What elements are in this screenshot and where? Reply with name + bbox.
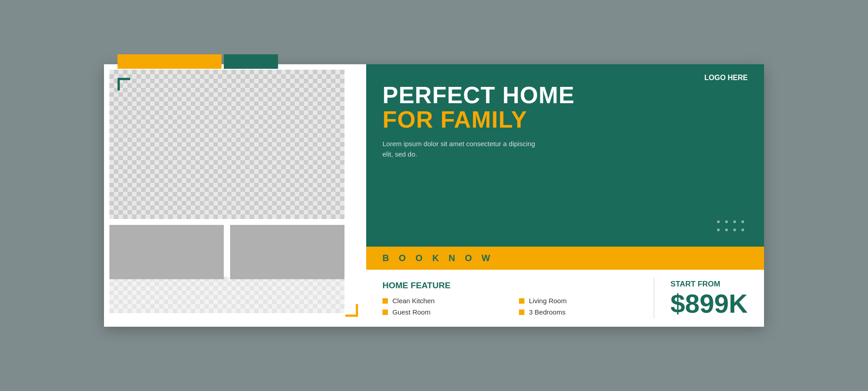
- feature-item-2: Living Room: [519, 297, 637, 305]
- orange-top-bar: [118, 54, 222, 69]
- vertical-divider: [654, 278, 654, 319]
- features-grid: Clean Kitchen Living Room Guest Room 3 B…: [382, 297, 637, 316]
- thumbnail-row: [109, 225, 344, 279]
- feature-label-3: Guest Room: [392, 308, 430, 316]
- dot-6: [725, 229, 728, 231]
- dot-grid-decoration: [717, 220, 746, 233]
- dot-4: [741, 220, 744, 223]
- feature-label-2: Living Room: [529, 297, 566, 305]
- dot-2: [725, 220, 728, 223]
- book-now-bar[interactable]: B O O K N O W: [366, 247, 764, 270]
- dot-3: [733, 220, 736, 223]
- teal-top-bar: [224, 54, 278, 69]
- feature-item-3: Guest Room: [382, 308, 501, 316]
- left-image-section: [104, 64, 366, 327]
- dot-5: [717, 229, 720, 231]
- price-value: $899K: [670, 291, 748, 317]
- headline-line2: FOR FAMILY: [382, 107, 748, 133]
- dot-7: [733, 229, 736, 231]
- headline-line1: PERFECT HOME: [382, 83, 748, 107]
- right-top-teal: LOGO HERE PERFECT HOME FOR FAMILY Lorem …: [366, 64, 764, 247]
- thumbnail-1: [109, 225, 224, 279]
- right-bottom-white: HOME FEATURE Clean Kitchen Living Room G…: [366, 270, 764, 327]
- feature-bullet-2: [519, 298, 524, 304]
- corner-bracket-top-left: [118, 78, 130, 91]
- feature-bullet-1: [382, 298, 388, 304]
- corner-bracket-bottom-right: [345, 304, 358, 317]
- banner-container: LOGO HERE PERFECT HOME FOR FAMILY Lorem …: [104, 64, 764, 327]
- feature-bullet-3: [382, 310, 388, 315]
- dot-1: [717, 220, 720, 223]
- price-section: START FROM $899K: [670, 280, 748, 317]
- logo-placeholder: LOGO HERE: [704, 73, 748, 83]
- checker-overlay: [109, 277, 344, 313]
- book-now-label[interactable]: B O O K N O W: [382, 253, 494, 263]
- dot-8: [741, 229, 744, 231]
- thumbnail-2: [230, 225, 344, 279]
- description-text: Lorem ipsum dolor sit amet consectetur a…: [382, 139, 536, 159]
- feature-label-1: Clean Kitchen: [392, 297, 434, 305]
- feature-label-4: 3 Bedrooms: [529, 308, 566, 316]
- main-image-placeholder: [109, 70, 344, 219]
- feature-item-1: Clean Kitchen: [382, 297, 501, 305]
- start-from-label: START FROM: [670, 280, 748, 289]
- home-feature-title: HOME FEATURE: [382, 281, 637, 291]
- feature-item-4: 3 Bedrooms: [519, 308, 637, 316]
- features-section: HOME FEATURE Clean Kitchen Living Room G…: [382, 281, 637, 316]
- right-content-section: LOGO HERE PERFECT HOME FOR FAMILY Lorem …: [366, 64, 764, 327]
- feature-bullet-4: [519, 310, 524, 315]
